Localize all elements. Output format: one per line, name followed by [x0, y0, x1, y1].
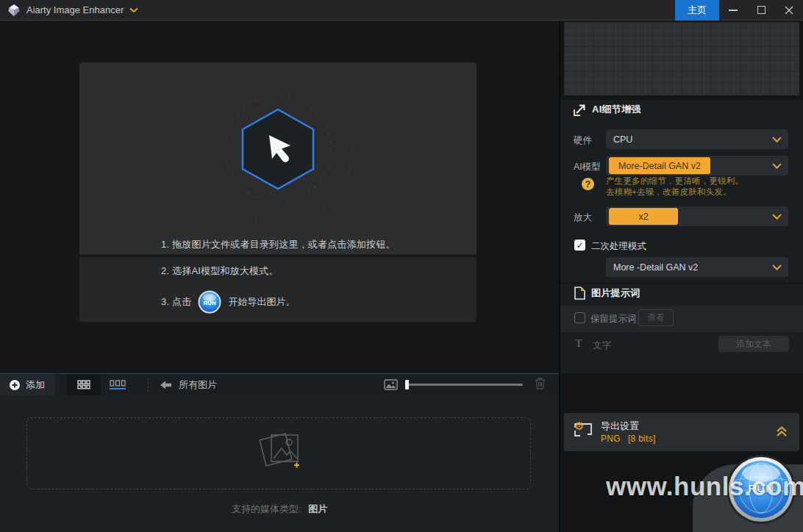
slider-handle[interactable] [405, 380, 409, 389]
run-mini-icon: RUN [198, 290, 221, 314]
view-prompt-button[interactable]: 查看 [638, 309, 674, 326]
dropzone-hexagon-icon [79, 62, 477, 235]
preview-grid [564, 22, 799, 96]
app-title: Aiarty Image Enhancer [26, 4, 124, 15]
close-icon [785, 6, 793, 15]
instruction-step-3: 3. 点击 RUN 开始导出图片。 [79, 285, 477, 319]
supported-media-caption: 支持的媒体类型: 图片 [0, 503, 559, 516]
grid-view-button[interactable] [67, 374, 101, 396]
hardware-value: CPU [613, 134, 632, 145]
chevron-down-icon [772, 163, 782, 169]
chevron-down-icon [772, 214, 782, 220]
trash-icon [535, 377, 546, 389]
image-size-icon [384, 379, 398, 390]
compare-view-underline [110, 388, 126, 389]
scale-select[interactable]: x2 [606, 206, 788, 226]
export-format: PNG[8 bits] [601, 434, 656, 444]
secondary-model-value: More -Detail GAN v2 [613, 262, 698, 273]
add-button-label: 添加 [26, 378, 45, 392]
hardware-label: 硬件 [574, 134, 592, 147]
model-help-icon[interactable]: ? [582, 178, 594, 190]
media-list-area: 支持的媒体类型: 图片 [0, 395, 559, 532]
hardware-select[interactable]: CPU [606, 129, 788, 149]
text-label: 文字 [593, 339, 611, 352]
model-hint-line1: 产生更多的细节，更清晰，更锐利。 [606, 176, 743, 187]
keep-prompt-checkbox[interactable] [574, 312, 585, 323]
main-area: 1. 拖放图片文件或者目录到这里，或者点击添加按钮。 2. 选择AI模型和放大模… [0, 21, 559, 532]
prompt-section-header: 图片提示词 [574, 287, 640, 300]
add-photos-icon [252, 431, 305, 476]
grid-view-icon [77, 380, 90, 389]
ai-model-badge: More-Detail GAN v2 [609, 157, 710, 174]
home-button[interactable]: 主页 [675, 0, 719, 21]
step-3-suffix: 开始导出图片。 [228, 295, 295, 309]
chevron-down-icon [772, 265, 782, 270]
back-arrow-icon[interactable] [160, 381, 171, 389]
enhance-section-header: AI细节增强 [574, 103, 641, 116]
export-bit-depth: [8 bits] [628, 434, 656, 444]
svg-text:RUN: RUN [204, 300, 217, 306]
thumbnail-size-slider[interactable] [405, 384, 523, 386]
plus-circle-icon [9, 379, 21, 391]
settings-panel: AI细节增强 硬件 CPU AI模型 More-Detail GAN v2 ? … [559, 21, 803, 532]
secondary-mode-checkbox[interactable]: ✓ [574, 240, 585, 251]
step-1-text: 1. 拖放图片文件或者目录到这里，或者点击添加按钮。 [161, 238, 396, 251]
minimize-icon [729, 10, 738, 11]
add-text-button[interactable]: 添加文本 [718, 336, 789, 352]
keep-prompt-label: 保留提示词 [590, 313, 637, 326]
image-dropzone[interactable]: 1. 拖放图片文件或者目录到这里，或者点击添加按钮。 2. 选择AI模型和放大模… [79, 62, 477, 322]
text-tool-icon: T [575, 337, 582, 350]
maximize-icon [757, 6, 765, 14]
collapse-chevrons-icon[interactable] [776, 426, 788, 437]
filter-label: 所有图片 [179, 378, 217, 392]
minimize-button[interactable] [719, 0, 747, 21]
maximize-button[interactable] [747, 0, 775, 21]
enhance-section-title: AI细节增强 [592, 103, 641, 116]
compare-view-icon [110, 380, 126, 387]
secondary-mode-label: 二次处理模式 [591, 240, 646, 253]
export-settings-panel[interactable]: ⚙ 导出设置 PNG[8 bits] [564, 413, 799, 451]
close-button[interactable] [775, 0, 803, 21]
step-2-text: 2. 选择AI模型和放大模式。 [161, 265, 279, 278]
instruction-step-1: 1. 拖放图片文件或者目录到这里，或者点击添加按钮。 [79, 235, 477, 256]
gear-icon: ⚙ [574, 420, 584, 431]
delete-button[interactable] [535, 377, 546, 392]
scale-badge: x2 [609, 208, 678, 225]
ai-model-label: AI模型 [574, 161, 601, 173]
compare-view-button[interactable] [101, 374, 135, 396]
secondary-model-select[interactable]: More -Detail GAN v2 [606, 257, 788, 277]
prompt-document-icon [574, 287, 585, 300]
instruction-steps-2-3: 2. 选择AI模型和放大模式。 3. 点击 RUN 开始导出图片。 [79, 257, 477, 322]
ai-model-select[interactable]: More-Detail GAN v2 [606, 156, 788, 176]
thumbnail-size-control [384, 379, 523, 390]
chevron-down-icon [772, 137, 782, 143]
add-button[interactable]: 添加 [0, 374, 55, 396]
export-settings-title: 导出设置 [601, 420, 639, 433]
toolbar-divider [148, 378, 149, 392]
titlebar: Aiarty Image Enhancer 主页 [0, 0, 803, 21]
scale-label: 放大 [574, 212, 592, 224]
enhance-expand-icon [574, 104, 586, 116]
export-format-value: PNG [601, 434, 621, 444]
run-button[interactable] [726, 454, 796, 525]
model-hint-line2: 去模糊+去噪，改善皮肤和头发。 [606, 187, 732, 198]
instruction-step-2: 2. 选择AI模型和放大模式。 [79, 257, 477, 285]
supported-media-type: 图片 [308, 503, 327, 514]
prompt-section-title: 图片提示词 [591, 287, 640, 300]
supported-media-label: 支持的媒体类型: [232, 503, 301, 514]
step-3-prefix: 3. 点击 [161, 295, 191, 309]
dropzone-hexagon-area[interactable] [79, 62, 477, 235]
media-dropzone[interactable] [26, 417, 531, 489]
app-logo-icon [7, 4, 21, 17]
bottom-toolbar: 添加 所有图片 [0, 373, 559, 395]
title-dropdown-chevron-icon[interactable] [129, 7, 138, 13]
